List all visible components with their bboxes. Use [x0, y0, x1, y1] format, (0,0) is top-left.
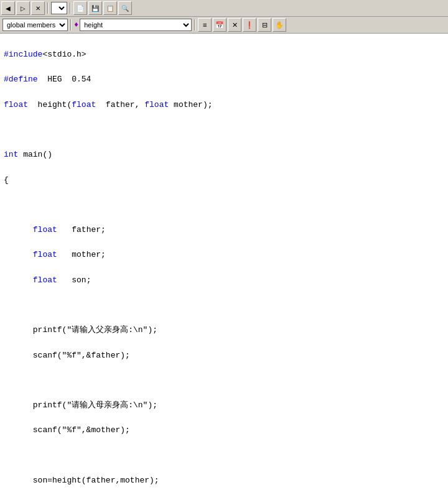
- nav-separator-1: [70, 19, 72, 30]
- search-button[interactable]: 🔍: [118, 1, 132, 15]
- code-line-8: float father;: [4, 224, 444, 236]
- code-line-12: printf("请输入父亲身高:\n");: [4, 324, 444, 336]
- code-line-4: [4, 124, 444, 136]
- main-toolbar: ◀ ▷ ✕ 📄 💾 📋 🔍: [0, 0, 448, 17]
- code-line-1: #include<stdio.h>: [4, 49, 444, 61]
- member-icon: ♦: [74, 21, 78, 29]
- code-editor[interactable]: #include<stdio.h> #define HEG 0.54 float…: [0, 34, 448, 490]
- code-line-15: printf("请输入母亲身高:\n");: [4, 399, 444, 412]
- code-line-13: scanf("%f",&father);: [4, 349, 444, 362]
- code-line-11: [4, 299, 444, 312]
- code-line-6: {: [4, 174, 444, 187]
- back-button[interactable]: ◀: [1, 1, 15, 15]
- code-line-14: [4, 374, 444, 387]
- member-select[interactable]: height: [80, 19, 192, 31]
- forward-button[interactable]: ▷: [16, 1, 30, 15]
- file-dropdown[interactable]: [51, 2, 67, 14]
- code-line-18: son=height(father,mother);: [4, 474, 444, 487]
- nav-btn-3[interactable]: ✕: [228, 18, 241, 32]
- code-line-10: float son;: [4, 274, 444, 287]
- code-line-5: int main(): [4, 149, 444, 161]
- nav-btn-5[interactable]: ⊟: [258, 18, 271, 32]
- scope-selector-wrap: global members: [2, 19, 68, 31]
- code-line-17: [4, 450, 444, 462]
- nav-separator-2: [194, 19, 195, 30]
- code-line-2: #define HEG 0.54: [4, 73, 444, 86]
- code-line-7: [4, 199, 444, 211]
- nav-btn-6[interactable]: ✋: [273, 18, 286, 32]
- nav-btn-2[interactable]: 📅: [213, 18, 226, 32]
- new-file-button[interactable]: 📄: [73, 1, 87, 15]
- separator-1: [47, 2, 49, 14]
- code-line-9: float mother;: [4, 249, 444, 261]
- stop-button[interactable]: ✕: [31, 1, 45, 15]
- save-button[interactable]: 💾: [88, 1, 102, 15]
- code-line-16: scanf("%f",&mother);: [4, 424, 444, 437]
- nav-bar: global members ♦ height ≡ 📅 ✕ ❗ ⊟ ✋: [0, 17, 448, 34]
- code-line-3: float height(float father, float mother)…: [4, 99, 444, 111]
- copy-button[interactable]: 📋: [103, 1, 117, 15]
- nav-btn-1[interactable]: ≡: [198, 18, 212, 32]
- scope-select[interactable]: global members: [2, 19, 68, 31]
- separator-2: [70, 2, 71, 14]
- nav-btn-4[interactable]: ❗: [243, 18, 256, 32]
